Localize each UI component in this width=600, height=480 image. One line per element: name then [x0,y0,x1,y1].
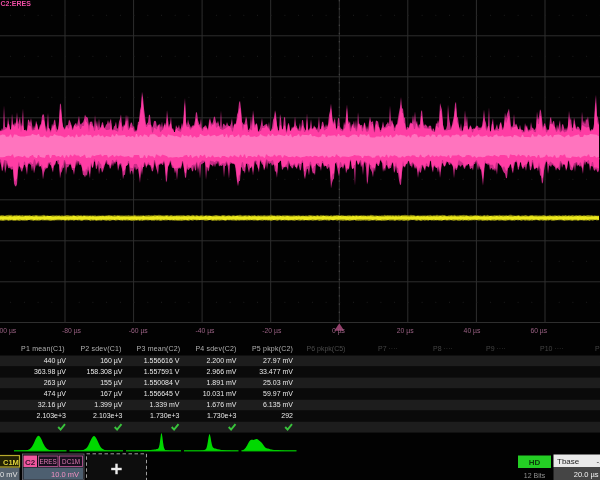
svg-text:12 Bits: 12 Bits [524,472,546,479]
svg-text:P4 sdev(C2): P4 sdev(C2) [195,345,236,353]
svg-text:P7 ····: P7 ···· [378,345,398,352]
svg-text:32.16 µV: 32.16 µV [38,401,66,409]
svg-text:P9 ····: P9 ···· [486,345,506,352]
svg-text:1.891 mV: 1.891 mV [207,379,237,386]
svg-text:C2:ERES: C2:ERES [1,0,32,7]
svg-text:263 µV: 263 µV [44,379,67,387]
svg-text:158.308 µV: 158.308 µV [87,368,123,376]
svg-text:1.556616 V: 1.556616 V [144,357,180,364]
svg-text:P1 mean(C1): P1 mean(C1) [21,345,65,353]
svg-text:2.103e+3: 2.103e+3 [37,412,66,419]
svg-text:C2: C2 [25,458,36,467]
svg-text:HD: HD [529,458,541,467]
svg-text:DC1M: DC1M [62,458,80,465]
svg-text:1.550084 V: 1.550084 V [144,379,180,386]
svg-text:1.556645 V: 1.556645 V [144,390,180,397]
svg-text:P2 sdev(C1): P2 sdev(C1) [80,345,121,353]
svg-text:1.730e+3: 1.730e+3 [150,412,179,419]
svg-text:60 µs: 60 µs [530,327,547,335]
svg-text:0 µs: 0 µs [332,327,346,335]
svg-text:C1M: C1M [3,458,19,467]
svg-text:1.399 µV: 1.399 µV [94,401,122,409]
svg-text:363.98 µV: 363.98 µV [34,368,66,376]
svg-text:440 µV: 440 µV [44,357,67,365]
svg-text:0 mV: 0 mV [0,470,18,479]
svg-text:-80 µs: -80 µs [62,327,82,335]
svg-text:-100 µs: -100 µs [0,327,17,335]
svg-text:1.557591 V: 1.557591 V [144,368,180,375]
svg-text:1.676 mV: 1.676 mV [207,401,237,408]
svg-text:2.103e+3: 2.103e+3 [93,412,122,419]
svg-text:10.031 mV: 10.031 mV [203,390,237,397]
svg-text:P3 mean(C2): P3 mean(C2) [137,345,181,353]
svg-text:2.200 mV: 2.200 mV [207,357,237,364]
svg-text:-20 µs: -20 µs [262,327,282,335]
svg-text:27.97 mV: 27.97 mV [263,357,293,364]
svg-text:-40 µs: -40 µs [195,327,215,335]
svg-text:167 µV: 167 µV [100,390,123,398]
svg-text:155 µV: 155 µV [100,379,123,387]
svg-text:-100: -100 [597,457,600,466]
svg-text:160 µV: 160 µV [100,357,123,365]
svg-text:P11 ····: P11 ···· [595,345,600,352]
svg-text:1.339 mV: 1.339 mV [150,401,180,408]
svg-text:25.03 mV: 25.03 mV [263,379,293,386]
svg-text:292: 292 [281,412,293,419]
svg-text:-60 µs: -60 µs [129,327,149,335]
svg-text:P5 pkpk(C2): P5 pkpk(C2) [252,345,293,353]
svg-text:20 µs: 20 µs [397,327,414,335]
svg-text:474 µV: 474 µV [44,390,67,398]
svg-text:Tbase: Tbase [557,457,580,466]
svg-text:P10 ····: P10 ···· [540,345,564,352]
svg-text:33.477 mV: 33.477 mV [259,368,293,375]
svg-text:40 µs: 40 µs [464,327,481,335]
svg-text:1.730e+3: 1.730e+3 [207,412,236,419]
svg-text:ERES: ERES [40,458,57,465]
svg-text:20.0 µs: 20.0 µs [574,470,599,479]
svg-text:10.0 mV: 10.0 mV [51,470,79,479]
svg-text:P8 ····: P8 ···· [433,345,453,352]
svg-text:P6 pkpk(C5): P6 pkpk(C5) [307,345,346,353]
svg-text:2.966 mV: 2.966 mV [207,368,237,375]
svg-text:59.97 mV: 59.97 mV [263,390,293,397]
svg-text:6.135 mV: 6.135 mV [263,401,293,408]
